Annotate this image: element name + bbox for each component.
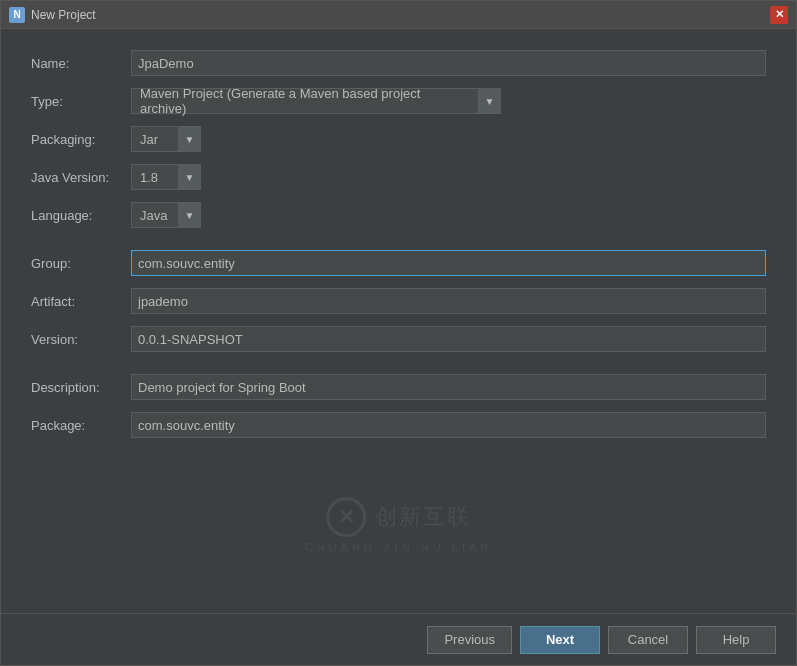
java-version-select[interactable]: 1.8 ▼	[131, 164, 201, 190]
close-button[interactable]: ✕	[770, 6, 788, 24]
language-label: Language:	[31, 208, 131, 223]
packaging-label: Packaging:	[31, 132, 131, 147]
group-label: Group:	[31, 256, 131, 271]
description-row: Description:	[31, 373, 766, 401]
type-dropdown-arrow[interactable]: ▼	[478, 89, 500, 113]
language-dropdown-arrow[interactable]: ▼	[178, 203, 200, 227]
footer: Previous Next Cancel Help	[1, 613, 796, 665]
artifact-input[interactable]	[131, 288, 766, 314]
help-button[interactable]: Help	[696, 626, 776, 654]
packaging-select-text: Jar	[132, 130, 178, 149]
watermark-icon: ✕	[327, 497, 367, 537]
window-icon: N	[9, 7, 25, 23]
watermark-cn-text: 创新互联	[375, 502, 471, 532]
package-input[interactable]	[131, 412, 766, 438]
title-bar: N New Project ✕	[1, 1, 796, 29]
package-row: Package:	[31, 411, 766, 439]
artifact-label: Artifact:	[31, 294, 131, 309]
version-label: Version:	[31, 332, 131, 347]
packaging-row: Packaging: Jar ▼	[31, 125, 766, 153]
cancel-button[interactable]: Cancel	[608, 626, 688, 654]
version-row: Version:	[31, 325, 766, 353]
version-input[interactable]	[131, 326, 766, 352]
group-input[interactable]	[131, 250, 766, 276]
type-row: Type: Maven Project (Generate a Maven ba…	[31, 87, 766, 115]
watermark-en-text: CHUANG XIN HU LIAN	[305, 541, 493, 553]
name-row: Name:	[31, 49, 766, 77]
language-row: Language: Java ▼	[31, 201, 766, 229]
description-input[interactable]	[131, 374, 766, 400]
name-label: Name:	[31, 56, 131, 71]
name-input[interactable]	[131, 50, 766, 76]
language-select-text: Java	[132, 206, 178, 225]
type-select[interactable]: Maven Project (Generate a Maven based pr…	[131, 88, 501, 114]
new-project-window: N New Project ✕ Name: Type: Maven Projec…	[0, 0, 797, 666]
description-label: Description:	[31, 380, 131, 395]
package-label: Package:	[31, 418, 131, 433]
artifact-row: Artifact:	[31, 287, 766, 315]
previous-button[interactable]: Previous	[427, 626, 512, 654]
java-version-label: Java Version:	[31, 170, 131, 185]
java-version-select-text: 1.8	[132, 168, 178, 187]
watermark-logo: ✕ 创新互联	[327, 497, 471, 537]
type-select-text: Maven Project (Generate a Maven based pr…	[132, 84, 478, 118]
title-bar-left: N New Project	[9, 7, 96, 23]
type-label: Type:	[31, 94, 131, 109]
window-title: New Project	[31, 8, 96, 22]
language-select[interactable]: Java ▼	[131, 202, 201, 228]
packaging-select[interactable]: Jar ▼	[131, 126, 201, 152]
java-version-row: Java Version: 1.8 ▼	[31, 163, 766, 191]
form-content: Name: Type: Maven Project (Generate a Ma…	[1, 29, 796, 613]
group-row: Group:	[31, 249, 766, 277]
next-button[interactable]: Next	[520, 626, 600, 654]
packaging-dropdown-arrow[interactable]: ▼	[178, 127, 200, 151]
watermark: ✕ 创新互联 CHUANG XIN HU LIAN	[305, 497, 493, 553]
java-version-dropdown-arrow[interactable]: ▼	[178, 165, 200, 189]
